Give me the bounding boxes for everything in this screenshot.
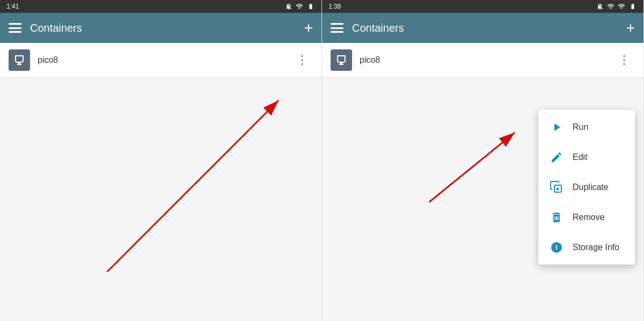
dropdown-item-duplicate[interactable]: Duplicate (538, 172, 635, 202)
svg-line-3 (429, 133, 515, 202)
edit-icon (549, 150, 564, 165)
dropdown-item-remove[interactable]: Remove (538, 202, 635, 232)
right-content-area: Run Edit Duplicate (322, 78, 643, 321)
right-container-list: pico8 ⋮ (322, 43, 643, 78)
left-arrow (0, 78, 321, 321)
right-time: 1:38 (328, 3, 341, 10)
right-wine-glass-icon (335, 54, 348, 67)
left-header-title: Containers (30, 22, 304, 34)
wine-glass-icon (13, 54, 26, 67)
left-container-list: pico8 ⋮ (0, 43, 321, 78)
left-add-button[interactable]: + (304, 20, 313, 35)
dropdown-item-run[interactable]: Run (538, 112, 635, 142)
right-add-button[interactable]: + (626, 20, 635, 35)
dropdown-storage-info-label: Storage Info (573, 243, 619, 252)
wifi-icon (296, 3, 303, 10)
wifi-icon-right (607, 3, 614, 10)
hamburger-menu-icon[interactable] (9, 23, 21, 33)
right-container-name: pico8 (360, 55, 614, 65)
left-container-item[interactable]: pico8 ⋮ (0, 43, 321, 78)
left-container-icon (9, 49, 30, 71)
info-icon: i (549, 240, 564, 255)
right-panel: 1:38 Containers + pico8 ⋮ (322, 0, 644, 321)
svg-line-1 (107, 100, 279, 272)
right-hamburger-icon[interactable] (331, 23, 343, 33)
dropdown-remove-label: Remove (573, 213, 605, 222)
dropdown-duplicate-label: Duplicate (573, 183, 609, 192)
svg-text:i: i (555, 243, 558, 251)
right-container-icon (331, 49, 352, 71)
left-panel: 1:41 Containers + pico8 ⋮ (0, 0, 322, 321)
wifi-signal-icon-right (618, 3, 625, 10)
left-topbar: Containers + (0, 13, 321, 43)
dropdown-item-edit[interactable]: Edit (538, 142, 635, 172)
dropdown-item-storage-info[interactable]: i Storage Info (538, 232, 635, 262)
play-icon (549, 120, 564, 135)
left-container-name: pico8 (38, 55, 292, 65)
left-more-button[interactable]: ⋮ (292, 51, 313, 69)
right-header-title: Containers (352, 22, 626, 34)
duplicate-icon (549, 180, 564, 195)
dropdown-run-label: Run (573, 122, 588, 132)
notifications-off-icon-right (596, 3, 604, 10)
notifications-off-icon (285, 3, 292, 10)
right-container-item[interactable]: pico8 ⋮ (322, 43, 643, 78)
trash-icon (549, 210, 564, 225)
right-topbar: Containers + (322, 13, 643, 43)
left-time: 1:41 (6, 3, 19, 10)
left-content-area (0, 78, 321, 321)
dropdown-edit-label: Edit (573, 152, 588, 162)
context-dropdown-menu: Run Edit Duplicate (538, 110, 635, 265)
battery-icon (306, 3, 315, 10)
battery-icon-right (628, 3, 637, 10)
right-more-button[interactable]: ⋮ (614, 51, 635, 69)
